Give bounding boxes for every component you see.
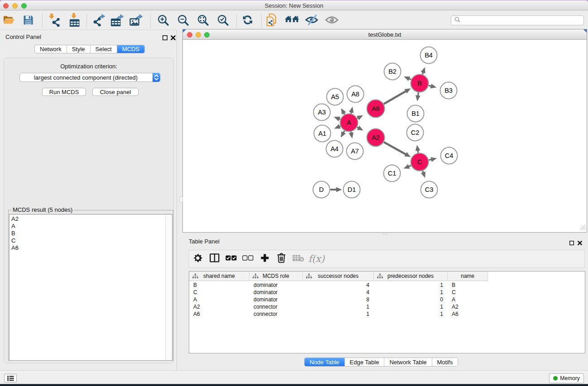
table-cell[interactable]: C <box>189 289 249 296</box>
show-all-button[interactable] <box>284 14 300 28</box>
table-cell[interactable]: dominator <box>249 281 303 289</box>
table-cell[interactable]: 8 <box>303 296 374 303</box>
table-cell[interactable]: 0 <box>374 296 448 303</box>
column-header-MCDS-role[interactable]: MCDS role <box>249 272 303 281</box>
result-list-item[interactable]: B <box>10 230 172 237</box>
mcds-result-list[interactable]: A2ABCA6 <box>9 214 172 361</box>
table-cell[interactable]: A6 <box>189 310 249 318</box>
table-cell[interactable]: B <box>189 281 249 289</box>
export-network-button[interactable] <box>91 14 108 28</box>
table-cell[interactable]: C <box>448 289 488 296</box>
table-delete-icon <box>292 254 304 264</box>
search-input[interactable] <box>462 16 583 24</box>
create-column-button[interactable] <box>256 252 273 266</box>
tab-node-table[interactable]: Node Table <box>305 358 345 366</box>
table-cell[interactable]: 4 <box>303 281 374 289</box>
table-cell[interactable]: 4 <box>303 289 374 296</box>
table-row[interactable]: Bdominator41B <box>189 281 488 289</box>
tab-network[interactable]: Network <box>35 45 67 53</box>
table-cell[interactable]: 1 <box>374 281 448 289</box>
criterion-select[interactable]: largest connected component (directed) <box>19 73 160 82</box>
table-row[interactable]: Adominator80A <box>189 296 488 303</box>
table-row[interactable]: Cdominator41C <box>189 289 488 296</box>
resize-grip-icon[interactable] <box>580 224 586 232</box>
show-column-button[interactable] <box>206 252 223 266</box>
tab-edge-table[interactable]: Edge Table <box>345 358 385 366</box>
tab-network-table[interactable]: Network Table <box>384 358 432 366</box>
run-mcds-button[interactable]: Run MCDS <box>42 88 86 96</box>
zoom-fit-button[interactable] <box>195 14 211 28</box>
control-panel-close-button[interactable] <box>171 34 176 42</box>
hide-panel-button[interactable] <box>304 14 320 28</box>
column-header-shared-name[interactable]: shared name <box>189 272 249 281</box>
table-panel-float-button[interactable] <box>569 239 574 247</box>
graph-node-label: A7 <box>351 148 359 155</box>
table-cell[interactable]: A <box>189 296 249 303</box>
table-cell[interactable]: dominator <box>249 296 303 303</box>
column-header-successor-nodes[interactable]: successor nodes <box>303 272 374 281</box>
duplicate-network-button[interactable] <box>264 14 280 28</box>
result-list-item[interactable]: A2 <box>10 215 172 223</box>
result-list-item[interactable]: C <box>10 237 172 244</box>
memory-button[interactable]: Memory <box>549 373 584 383</box>
status-bar: Memory <box>0 370 588 384</box>
eye-icon <box>325 15 339 26</box>
table-options-button[interactable] <box>189 252 206 266</box>
result-list-item[interactable]: A <box>10 223 172 230</box>
table-cell[interactable]: dominator <box>249 289 303 296</box>
graph-node-label: C1 <box>388 170 397 177</box>
table-cell[interactable]: 1 <box>303 303 374 310</box>
result-list-item[interactable]: A6 <box>10 244 172 252</box>
vertical-splitter-handle[interactable] <box>179 196 183 203</box>
table-cell[interactable]: A6 <box>448 310 488 318</box>
tab-mcds[interactable]: MCDS <box>117 45 144 53</box>
table-cell[interactable]: 1 <box>374 289 448 296</box>
tab-style[interactable]: Style <box>67 45 91 53</box>
result-list-scrollbar[interactable] <box>165 214 172 360</box>
graph-edge-A6-B[interactable] <box>384 91 406 104</box>
table-cell[interactable]: connector <box>249 303 303 310</box>
table-cell[interactable]: 1 <box>374 303 448 310</box>
tab-select[interactable]: Select <box>91 45 117 53</box>
delete-column-button[interactable] <box>273 252 290 266</box>
graph-edge-arrowhead <box>416 95 421 101</box>
table-row[interactable]: A6connector11A6 <box>189 310 488 318</box>
function-builder-button[interactable]: f(x) <box>308 253 325 264</box>
zoom-out-button[interactable] <box>175 14 191 28</box>
network-canvas[interactable]: B4B2BB3A5A8A6A3B1AA1C2A2A4A7C4CC1C3DD1 <box>183 40 587 232</box>
control-panel-float-button[interactable] <box>163 34 167 42</box>
table-cell[interactable]: 1 <box>303 310 374 318</box>
graph-edge-arrowhead <box>416 145 421 151</box>
refresh-button[interactable] <box>239 14 256 28</box>
table-cell[interactable]: A <box>448 296 488 303</box>
network-window-titlebar[interactable]: testGlobe.txt <box>183 29 587 40</box>
import-network-button[interactable] <box>47 14 63 28</box>
select-all-columns-button[interactable] <box>223 252 239 266</box>
zoom-in-button[interactable] <box>155 14 171 28</box>
search-box[interactable] <box>451 15 584 25</box>
export-table-button[interactable] <box>109 14 125 28</box>
open-session-button[interactable] <box>1 14 17 28</box>
unselect-all-columns-button[interactable] <box>239 252 256 266</box>
zoom-selected-button[interactable] <box>215 14 231 28</box>
task-history-button[interactable] <box>4 374 17 382</box>
export-image-button[interactable] <box>128 14 144 28</box>
table-cell[interactable]: A2 <box>448 303 488 310</box>
table-cell[interactable]: A2 <box>189 303 249 310</box>
table-cell[interactable]: connector <box>249 310 303 318</box>
graph-node-label: A8 <box>351 91 359 98</box>
table-panel-close-button[interactable] <box>578 239 582 247</box>
close-panel-button[interactable]: Close panel <box>92 88 139 96</box>
toolbar-separator <box>150 14 151 28</box>
graph-edge-arrowhead <box>334 124 340 129</box>
table-cell[interactable]: 1 <box>374 310 448 318</box>
column-header-predecessor-nodes[interactable]: predecessor nodes <box>374 272 448 281</box>
graph-edge-A2-C[interactable] <box>384 142 406 154</box>
tab-motifs[interactable]: Motifs <box>432 358 458 366</box>
show-panel-button[interactable] <box>324 14 340 28</box>
table-row[interactable]: A2connector11A2 <box>189 303 488 310</box>
import-table-button[interactable] <box>66 14 82 28</box>
column-header-name[interactable]: name <box>448 272 488 281</box>
table-cell[interactable]: B <box>448 281 488 289</box>
save-session-button[interactable] <box>20 14 36 28</box>
